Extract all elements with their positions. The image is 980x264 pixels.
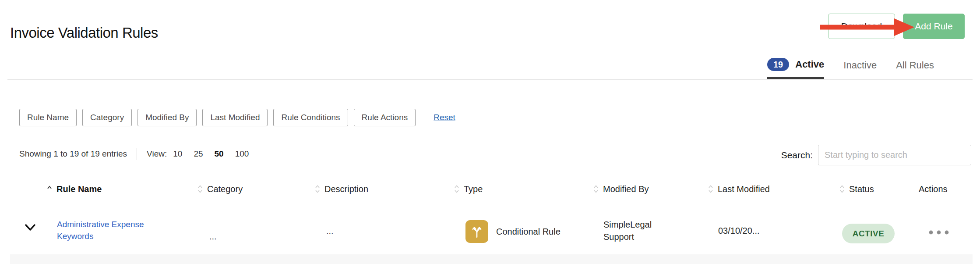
rule-name-link[interactable]: Administrative Expense Keywords bbox=[57, 218, 163, 242]
showing-entries-text: Showing 1 to 19 of 19 entries bbox=[19, 149, 127, 159]
filter-rule-name-button[interactable]: Rule Name bbox=[19, 109, 77, 126]
download-button-label: Download bbox=[841, 21, 882, 32]
sort-icon bbox=[314, 185, 321, 193]
meta-divider bbox=[137, 148, 137, 160]
column-header-type[interactable]: Type bbox=[454, 182, 483, 196]
row-actions-button[interactable] bbox=[928, 229, 949, 237]
row-expander-chevron[interactable] bbox=[24, 224, 36, 233]
page-size-25[interactable]: 25 bbox=[194, 149, 203, 159]
sort-icon bbox=[454, 185, 460, 193]
add-rule-button[interactable]: Add Rule bbox=[903, 14, 965, 39]
ellipsis-icon bbox=[928, 230, 949, 235]
page-size-options: 10 25 50 100 bbox=[173, 149, 249, 159]
page-size-50[interactable]: 50 bbox=[215, 149, 224, 159]
column-header-category[interactable]: Category bbox=[197, 182, 243, 196]
sort-icon bbox=[197, 185, 203, 193]
page-size-100[interactable]: 100 bbox=[235, 149, 249, 159]
tab-all-rules[interactable]: All Rules bbox=[896, 52, 934, 79]
rule-status-tabs: 19 Active Inactive All Rules bbox=[767, 52, 934, 79]
page-size-10[interactable]: 10 bbox=[173, 149, 182, 159]
column-header-label: Status bbox=[849, 184, 874, 194]
sort-asc-icon bbox=[46, 185, 53, 193]
list-meta: Showing 1 to 19 of 19 entries View: 10 2… bbox=[19, 148, 249, 160]
tab-active[interactable]: 19 Active bbox=[767, 52, 824, 79]
sort-icon bbox=[708, 185, 714, 193]
last-modified-cell: 03/10/20... bbox=[718, 226, 760, 236]
column-header-label: Category bbox=[207, 184, 243, 194]
column-header-label: Actions bbox=[919, 184, 948, 194]
column-header-label: Modified By bbox=[603, 184, 649, 194]
filter-category-button[interactable]: Category bbox=[82, 109, 132, 126]
filter-rule-conditions-button[interactable]: Rule Conditions bbox=[273, 109, 348, 126]
active-count-badge: 19 bbox=[767, 58, 789, 71]
chevron-down-icon bbox=[24, 224, 36, 232]
sort-icon bbox=[839, 185, 845, 193]
column-header-modified-by[interactable]: Modified By bbox=[593, 182, 649, 196]
column-header-last-modified[interactable]: Last Modified bbox=[708, 182, 770, 196]
branch-split-icon bbox=[465, 220, 488, 243]
page-title: Invoice Validation Rules bbox=[10, 25, 158, 41]
tabs-divider bbox=[7, 79, 973, 80]
status-badge: ACTIVE bbox=[842, 224, 895, 243]
tab-all-rules-label: All Rules bbox=[896, 60, 934, 71]
filter-bar: Rule Name Category Modified By Last Modi… bbox=[19, 109, 455, 126]
modified-by-cell: SimpleLegal Support bbox=[603, 218, 669, 243]
filter-modified-by-button[interactable]: Modified By bbox=[137, 109, 197, 126]
column-header-label: Type bbox=[464, 184, 483, 194]
search-input[interactable] bbox=[818, 145, 971, 165]
filter-last-modified-button[interactable]: Last Modified bbox=[202, 109, 268, 126]
column-header-status[interactable]: Status bbox=[839, 182, 874, 196]
sort-icon bbox=[593, 185, 599, 193]
tab-active-label: Active bbox=[795, 59, 824, 70]
reset-filters-link[interactable]: Reset bbox=[434, 113, 455, 122]
column-header-actions: Actions bbox=[919, 182, 948, 196]
column-header-label: Last Modified bbox=[718, 184, 770, 194]
column-header-description[interactable]: Description bbox=[314, 182, 368, 196]
column-header-label: Rule Name bbox=[56, 184, 102, 194]
search-area: Search: bbox=[781, 145, 971, 165]
tab-inactive-label: Inactive bbox=[843, 60, 877, 71]
view-label: View: bbox=[147, 149, 167, 159]
description-cell: ... bbox=[326, 226, 334, 236]
column-header-rule-name[interactable]: Rule Name bbox=[46, 182, 102, 196]
search-label: Search: bbox=[781, 150, 813, 161]
next-row-strip bbox=[10, 254, 973, 264]
category-cell: ... bbox=[209, 232, 217, 242]
type-label: Conditional Rule bbox=[496, 227, 561, 237]
tab-inactive[interactable]: Inactive bbox=[843, 52, 877, 79]
type-cell: Conditional Rule bbox=[465, 220, 561, 243]
column-header-label: Description bbox=[324, 184, 368, 194]
download-button[interactable]: Download bbox=[828, 14, 895, 39]
add-rule-button-label: Add Rule bbox=[915, 21, 952, 32]
filter-rule-actions-button[interactable]: Rule Actions bbox=[354, 109, 416, 126]
